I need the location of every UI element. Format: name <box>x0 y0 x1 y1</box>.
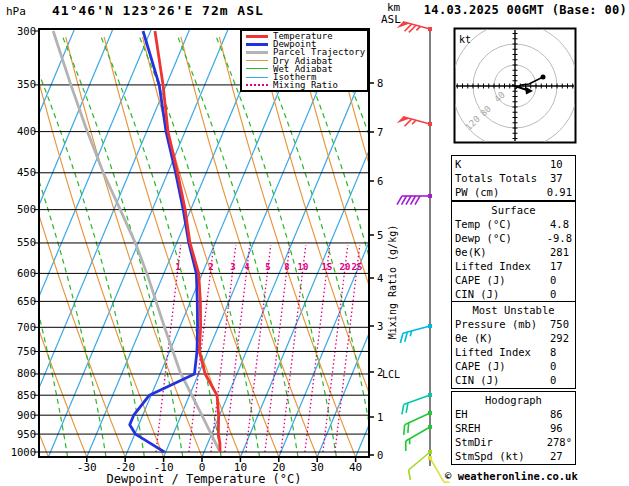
panel-row-value: 96 <box>550 421 572 435</box>
panel-row-label: CIN (J) <box>455 373 550 387</box>
legend-item-label: Mixing Ratio <box>273 80 338 90</box>
panel-row-label: Lifted Index <box>455 259 550 273</box>
panel-row-value: 17 <box>550 259 572 273</box>
panel-row-value: 4.8 <box>550 217 572 231</box>
mixing-ratio-line <box>305 245 330 452</box>
pressure-tick-label: 500 <box>17 203 36 215</box>
panel-row-value: 0 <box>550 287 572 301</box>
panel-row-label: Lifted Index <box>455 345 550 359</box>
panel-row: Lifted Index8 <box>455 345 572 359</box>
panel-row: StmDir278° <box>455 435 572 449</box>
km-tick-label: 7 <box>377 126 383 138</box>
pressure-unit-label: hPa <box>6 5 26 18</box>
panel-row-value: -9.8 <box>547 231 572 245</box>
wind-barb-station-dot <box>428 411 432 415</box>
panel-row: CAPE (J)0 <box>455 359 572 373</box>
mixing-ratio-label: 15 <box>322 262 333 272</box>
wind-barb <box>397 117 432 126</box>
legend: TemperatureDewpointParcel TrajectoryDry … <box>240 29 369 92</box>
panel-row-value: 0.91 <box>547 185 572 199</box>
panel-row-value: 750 <box>550 317 572 331</box>
panel-box-surface: SurfaceTemp (°C)4.8Dewp (°C)-9.8θe(K)281… <box>451 201 576 303</box>
dry-adiabat-line <box>27 37 163 457</box>
mixing-ratio-line <box>335 245 360 452</box>
pressure-tick-label: 700 <box>17 321 36 333</box>
panel-row-label: SREH <box>455 421 550 435</box>
wind-barb <box>409 450 432 480</box>
panel-row-label: PW (cm) <box>455 185 547 199</box>
panel-row: CIN (J)0 <box>455 373 572 387</box>
pressure-tick-label: 350 <box>17 78 36 90</box>
panel-row-label: θe (K) <box>455 331 550 345</box>
panel-row-value: 37 <box>550 171 572 185</box>
dry-adiabat-line <box>603 37 629 457</box>
wind-barb-station-dot <box>428 27 432 31</box>
skewt-sounding-screen: 1234581015202530035040045050055060065070… <box>0 0 629 486</box>
credit-label: © weatheronline.co.uk <box>445 470 578 482</box>
legend-swatch-solid <box>246 77 268 78</box>
wind-barb <box>406 425 432 451</box>
km-tick-label: 4 <box>377 272 383 284</box>
panel-box-title: Most Unstable <box>455 303 572 317</box>
panel-row-value: 8 <box>550 345 572 359</box>
panel-box-title: Hodograph <box>455 393 572 407</box>
pressure-tick-label: 950 <box>17 428 36 440</box>
wind-barb-station-dot <box>428 324 432 328</box>
x-axis-title: Dewpoint / Temperature (°C) <box>39 472 369 486</box>
wind-barb-station-dot <box>428 425 432 429</box>
mixing-ratio-axis-label: Mixing Ratio (g/kg) <box>387 225 398 339</box>
wet-adiabat-line <box>0 37 106 457</box>
panel-row-label: CAPE (J) <box>455 359 550 373</box>
dry-adiabat-line <box>104 37 240 457</box>
panel-row: EH86 <box>455 407 572 421</box>
mixing-ratio-label: 4 <box>244 262 250 272</box>
km-tick-label: 8 <box>377 77 383 89</box>
panel-row-label: Pressure (mb) <box>455 317 550 331</box>
pressure-tick-label: 850 <box>17 389 36 401</box>
asl-unit-label: ASL <box>381 13 401 26</box>
dry-adiabat-line <box>219 37 355 457</box>
legend-swatch-dotted <box>246 84 268 86</box>
panel-row-label: EH <box>455 407 550 421</box>
panel-row-label: CAPE (J) <box>455 273 550 287</box>
pressure-tick-label: 300 <box>17 25 36 37</box>
legend-item: Mixing Ratio <box>246 81 367 89</box>
panel-row: θe (K)292 <box>455 331 572 345</box>
wind-barb <box>397 194 432 205</box>
panel-row-value: 0 <box>550 273 572 287</box>
pressure-tick-label: 450 <box>17 166 36 178</box>
mixing-ratio-label: 10 <box>298 262 309 272</box>
panel-row-value: 0 <box>550 373 572 387</box>
wet-adiabat-line <box>600 37 629 457</box>
panel-row-value: 0 <box>550 359 572 373</box>
hodograph: 4080120kt <box>452 23 578 149</box>
wind-barb <box>400 324 432 343</box>
mixing-ratio-line <box>225 245 250 452</box>
panel-row-value: 10 <box>550 157 572 171</box>
pressure-tick-label: 1000 <box>11 446 36 458</box>
pressure-tick-label: 750 <box>17 345 36 357</box>
wind-barb-station-dot <box>428 393 432 397</box>
mixing-ratio-label: 20 <box>340 262 351 272</box>
panel-box-most-unstable: Most UnstablePressure (mb)750θe (K)292Li… <box>451 301 576 389</box>
panel-row: SREH96 <box>455 421 572 435</box>
wind-barb-column <box>397 22 450 482</box>
panel-row: CIN (J)0 <box>455 287 572 301</box>
panel-row: Temp (°C)4.8 <box>455 217 572 231</box>
mixing-ratio-label: 3 <box>230 262 235 272</box>
panel-row-label: Dewp (°C) <box>455 231 547 245</box>
hodograph-unit-label: kt <box>459 34 471 45</box>
lcl-marker-label: LCL <box>382 369 400 380</box>
panel-row: θe(K)281 <box>455 245 572 259</box>
mixing-ratio-line <box>246 245 271 452</box>
panel-row-label: Temp (°C) <box>455 217 550 231</box>
panel-row-label: K <box>455 157 550 171</box>
pressure-tick-label: 900 <box>17 409 36 421</box>
panel-row: Totals Totals37 <box>455 171 572 185</box>
pressure-tick-label: 550 <box>17 236 36 248</box>
mixing-ratio-label: 25 <box>352 262 363 272</box>
panel-row: Lifted Index17 <box>455 259 572 273</box>
dry-adiabat-line <box>296 37 432 457</box>
wind-barb <box>404 411 432 435</box>
wind-barb-station-dot <box>428 194 432 198</box>
